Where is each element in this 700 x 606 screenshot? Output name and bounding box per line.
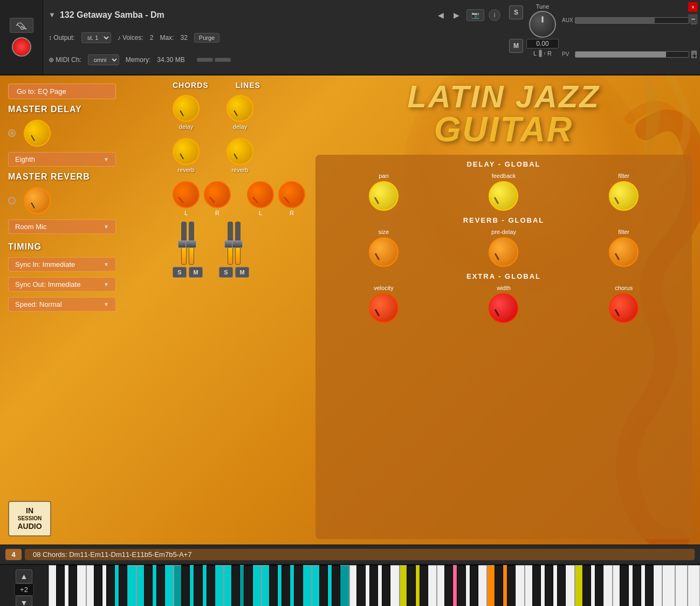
midi-select[interactable]: omni xyxy=(88,54,119,65)
black-key-23[interactable] xyxy=(457,565,465,606)
camera-button[interactable]: 📷 xyxy=(466,9,484,21)
lr-fader[interactable] xyxy=(544,52,545,55)
white-key-50[interactable] xyxy=(675,565,688,606)
black-key-9[interactable] xyxy=(207,565,215,606)
black-key-34[interactable] xyxy=(645,565,654,606)
black-key-18[interactable] xyxy=(369,565,378,606)
black-key-16[interactable] xyxy=(332,565,340,606)
info-button[interactable]: i xyxy=(489,9,500,21)
voices-value: 2 xyxy=(150,34,154,42)
delay-filter-knob[interactable] xyxy=(609,181,639,211)
extra-width-knob[interactable] xyxy=(489,293,518,323)
black-key-2[interactable] xyxy=(94,565,102,606)
black-key-13[interactable] xyxy=(282,565,290,606)
black-key-12[interactable] xyxy=(269,565,278,606)
tune-knob-area: Tune 0.00 L R xyxy=(526,3,559,71)
black-key-4[interactable] xyxy=(119,565,127,606)
record-button[interactable] xyxy=(12,37,31,57)
chords-reverb-knob-group: reverb xyxy=(173,138,200,173)
master-delay-title: MASTER DELAY xyxy=(8,105,159,114)
lines-s-button[interactable]: S xyxy=(219,267,233,278)
delay-feedback-knob[interactable] xyxy=(489,181,518,211)
delay-note-dropdown[interactable]: Eighth ▼ xyxy=(8,152,116,167)
tune-value: 0.00 xyxy=(526,39,559,49)
white-key-51[interactable] xyxy=(688,565,700,606)
extra-velocity-knob[interactable] xyxy=(369,293,399,323)
wrench-icon[interactable] xyxy=(10,18,33,33)
sync-out-dropdown[interactable]: Sync Out: Immediate ▼ xyxy=(8,277,116,292)
black-key-10[interactable] xyxy=(231,565,240,606)
black-key-32[interactable] xyxy=(620,565,628,606)
delay-pan-knob[interactable] xyxy=(369,181,399,211)
eq-page-button[interactable]: Go to: EQ Page xyxy=(8,84,116,99)
black-key-0[interactable] xyxy=(56,565,65,606)
chords-r-knob[interactable] xyxy=(204,181,231,208)
octave-down-button[interactable]: ▼ xyxy=(16,596,33,606)
black-key-30[interactable] xyxy=(582,565,591,606)
room-mic-dropdown[interactable]: Room Mic ▼ xyxy=(8,219,116,234)
delay-led[interactable] xyxy=(8,129,16,137)
lines-reverb-knob[interactable] xyxy=(227,138,253,165)
minimize-button[interactable]: − xyxy=(688,14,698,24)
black-key-5[interactable] xyxy=(144,565,153,606)
master-delay-knob[interactable] xyxy=(24,120,51,147)
black-key-19[interactable] xyxy=(382,565,390,606)
black-key-20[interactable] xyxy=(407,565,415,606)
black-key-15[interactable] xyxy=(319,565,328,606)
close-button[interactable]: × xyxy=(688,2,698,12)
extra-chorus-knob[interactable] xyxy=(609,293,639,323)
black-key-17[interactable] xyxy=(356,565,365,606)
white-key-49[interactable] xyxy=(662,565,675,606)
chords-delay-knob[interactable] xyxy=(173,95,200,122)
prev-instrument-btn[interactable]: ◀ xyxy=(435,10,447,20)
aux-slider[interactable] xyxy=(575,17,689,24)
delay-feedback-group: feedback xyxy=(489,173,518,211)
black-key-3[interactable] xyxy=(106,565,115,606)
black-key-31[interactable] xyxy=(595,565,603,606)
chords-l-knob[interactable] xyxy=(173,181,200,208)
black-key-28[interactable] xyxy=(545,565,553,606)
reverb-filter-knob[interactable] xyxy=(609,237,639,267)
sync-in-dropdown[interactable]: Sync In: Immediate ▼ xyxy=(8,257,116,272)
reverb-size-knob[interactable] xyxy=(369,237,399,267)
lines-m-button[interactable]: M xyxy=(235,267,249,278)
guitar-title: GUITAR xyxy=(315,112,692,147)
tune-knob[interactable] xyxy=(529,11,556,38)
pv-plus[interactable]: + xyxy=(691,51,697,58)
black-key-24[interactable] xyxy=(470,565,478,606)
master-reverb-knob[interactable] xyxy=(24,187,51,214)
s-button[interactable]: S xyxy=(509,5,523,19)
lines-fader-r-handle[interactable] xyxy=(232,240,243,248)
black-key-7[interactable] xyxy=(181,565,190,606)
chords-reverb-knob[interactable] xyxy=(173,138,200,165)
black-key-27[interactable] xyxy=(532,565,541,606)
purge-button[interactable]: Purge xyxy=(194,33,219,43)
black-key-6[interactable] xyxy=(156,565,165,606)
reverb-predelay-knob[interactable] xyxy=(489,237,518,267)
black-key-1[interactable] xyxy=(68,565,77,606)
black-key-14[interactable] xyxy=(294,565,303,606)
next-instrument-btn[interactable]: ▶ xyxy=(451,10,462,20)
pv-slider[interactable] xyxy=(575,51,689,58)
m-button[interactable]: M xyxy=(509,39,523,53)
speed-dropdown[interactable]: Speed: Normal ▼ xyxy=(8,297,116,312)
black-key-29[interactable] xyxy=(557,565,566,606)
chords-m-button[interactable]: M xyxy=(189,267,203,278)
chords-fader-r-handle[interactable] xyxy=(186,240,196,248)
reverb-led[interactable] xyxy=(8,197,16,204)
black-key-26[interactable] xyxy=(507,565,516,606)
black-key-22[interactable] xyxy=(444,565,453,606)
black-key-33[interactable] xyxy=(633,565,641,606)
lines-l-knob[interactable] xyxy=(247,181,274,208)
lines-r-knob[interactable] xyxy=(278,181,305,208)
output-select[interactable]: st. 1 xyxy=(81,32,111,43)
octave-up-button[interactable]: ▲ xyxy=(16,569,33,583)
extra-width-label: width xyxy=(489,285,518,291)
lines-delay-knob[interactable] xyxy=(227,95,253,122)
lines-delay-label: delay xyxy=(233,123,247,130)
black-key-11[interactable] xyxy=(244,565,252,606)
black-key-25[interactable] xyxy=(495,565,503,606)
black-key-8[interactable] xyxy=(194,565,202,606)
chords-s-button[interactable]: S xyxy=(173,267,187,278)
black-key-21[interactable] xyxy=(420,565,428,606)
